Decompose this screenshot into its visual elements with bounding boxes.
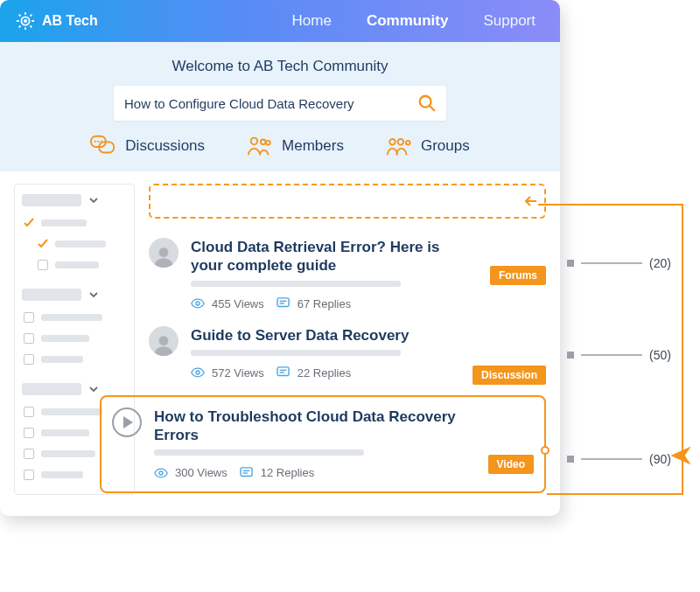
gear-logo-icon <box>16 11 35 31</box>
reply-icon <box>276 297 290 310</box>
chevron-down-icon <box>88 384 99 394</box>
checkbox-icon <box>24 407 34 417</box>
replies-count: 22 Replies <box>298 366 351 380</box>
main-nav: Home Community Support <box>292 12 544 30</box>
svg-point-15 <box>98 141 100 143</box>
chevron-down-icon <box>88 195 99 205</box>
app-window: AB Tech Home Community Support Welcome t… <box>0 0 560 516</box>
svg-point-21 <box>398 139 404 145</box>
svg-point-16 <box>101 141 102 143</box>
filter-option[interactable] <box>22 235 127 253</box>
svg-point-33 <box>159 471 163 475</box>
nav-community[interactable]: Community <box>367 12 449 30</box>
filter-option[interactable] <box>22 214 127 232</box>
reply-icon <box>240 467 254 479</box>
play-icon <box>112 407 142 437</box>
result-tag: Video <box>488 455 534 474</box>
svg-point-22 <box>406 141 410 145</box>
checkbox-icon <box>24 428 34 438</box>
skeleton-line <box>191 350 401 356</box>
check-icon <box>38 239 48 249</box>
result-title: How to Troubleshoot Cloud Data Recovery … <box>154 407 504 445</box>
avatar-icon <box>149 238 178 268</box>
members-icon <box>247 135 273 157</box>
connector-arrow <box>534 197 696 512</box>
replies-count: 67 Replies <box>298 297 351 310</box>
search-box <box>114 86 446 121</box>
views-count: 300 Views <box>175 466 228 479</box>
discussions-icon <box>90 135 116 157</box>
filter-group-header[interactable] <box>22 192 127 209</box>
result-title: Cloud Data Retrieval Error? Here is your… <box>191 238 453 275</box>
svg-line-5 <box>19 15 21 17</box>
svg-point-14 <box>94 141 96 143</box>
main-body: Cloud Data Retrieval Error? Here is your… <box>0 171 560 516</box>
check-icon <box>24 218 34 228</box>
results: Cloud Data Retrieval Error? Here is your… <box>149 184 546 495</box>
chevron-down-icon <box>88 289 99 300</box>
svg-point-9 <box>24 19 27 23</box>
svg-point-20 <box>389 139 396 145</box>
search-icon <box>417 94 437 113</box>
brand: AB Tech <box>16 11 98 31</box>
svg-point-29 <box>196 371 200 374</box>
category-groups[interactable]: Groups <box>386 135 470 157</box>
category-members[interactable]: Members <box>247 135 344 157</box>
category-label: Members <box>282 137 344 155</box>
svg-point-28 <box>159 336 169 345</box>
checkbox-icon <box>24 312 34 323</box>
views-count: 455 Views <box>212 297 264 310</box>
checkbox-icon <box>24 470 34 480</box>
result-stats: 455 Views 67 Replies <box>191 297 537 310</box>
filter-option[interactable] <box>22 256 127 274</box>
avatar-icon <box>149 326 178 356</box>
replies-count: 12 Replies <box>261 466 314 479</box>
welcome-text: Welcome to AB Tech Community <box>21 58 539 75</box>
filter-group-header[interactable] <box>22 286 127 303</box>
svg-point-19 <box>266 141 270 145</box>
result-title: Guide to Server Data Recovery <box>191 326 537 345</box>
category-label: Groups <box>421 137 470 155</box>
svg-rect-34 <box>241 468 252 477</box>
svg-point-23 <box>159 247 169 257</box>
reply-icon <box>276 366 290 379</box>
search-button[interactable] <box>411 89 443 117</box>
eye-icon <box>191 366 205 379</box>
highlighted-result: How to Troubleshoot Cloud Data Recovery … <box>100 395 546 494</box>
result-item[interactable]: How to Troubleshoot Cloud Data Recovery … <box>112 407 534 480</box>
filter-option[interactable] <box>22 309 127 326</box>
groups-icon <box>386 135 412 157</box>
skeleton-line <box>191 281 401 287</box>
svg-point-17 <box>251 138 258 145</box>
result-stats: 300 Views 12 Replies <box>154 466 525 479</box>
search-input[interactable] <box>124 96 396 111</box>
svg-line-7 <box>19 26 21 28</box>
nav-home[interactable]: Home <box>292 12 332 30</box>
svg-rect-30 <box>277 367 289 376</box>
result-item[interactable]: Guide to Server Data Recovery 572 Views … <box>149 326 546 380</box>
hero: Welcome to AB Tech Community Discussions <box>0 42 560 171</box>
brand-name: AB Tech <box>42 13 98 29</box>
category-label: Discussions <box>125 137 205 155</box>
checkbox-icon <box>24 354 34 365</box>
views-count: 572 Views <box>212 366 264 380</box>
svg-point-24 <box>196 302 200 305</box>
svg-line-6 <box>31 26 32 28</box>
drop-target[interactable] <box>149 184 546 219</box>
checkbox-icon <box>24 333 34 344</box>
category-discussions[interactable]: Discussions <box>90 135 205 157</box>
result-item[interactable]: Cloud Data Retrieval Error? Here is your… <box>149 238 546 310</box>
checkbox-icon <box>38 260 48 270</box>
top-nav: AB Tech Home Community Support <box>0 0 560 42</box>
svg-rect-25 <box>277 298 289 307</box>
category-row: Discussions Members <box>21 135 539 157</box>
filter-option[interactable] <box>22 351 127 368</box>
nav-support[interactable]: Support <box>483 12 536 30</box>
eye-icon <box>191 297 205 310</box>
svg-point-18 <box>261 140 266 145</box>
svg-line-11 <box>430 106 435 111</box>
eye-icon <box>154 467 168 479</box>
checkbox-icon <box>24 449 34 459</box>
filter-option[interactable] <box>22 330 127 347</box>
svg-line-8 <box>31 15 32 17</box>
